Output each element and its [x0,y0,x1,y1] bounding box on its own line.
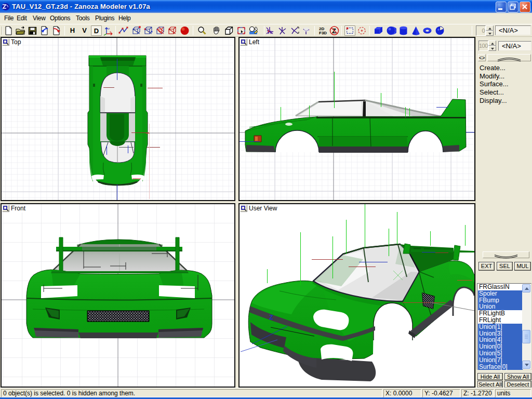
svg-text:x: x [110,30,111,33]
svg-text:Z: Z [269,313,273,321]
svg-text:F3D: F3D [319,31,327,35]
